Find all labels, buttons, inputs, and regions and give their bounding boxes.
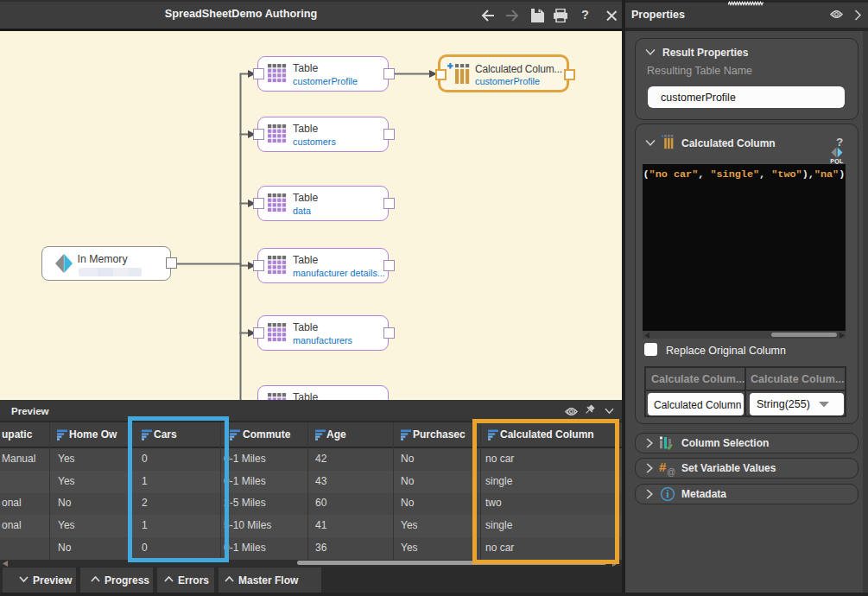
svg-text:i: i bbox=[666, 488, 669, 500]
